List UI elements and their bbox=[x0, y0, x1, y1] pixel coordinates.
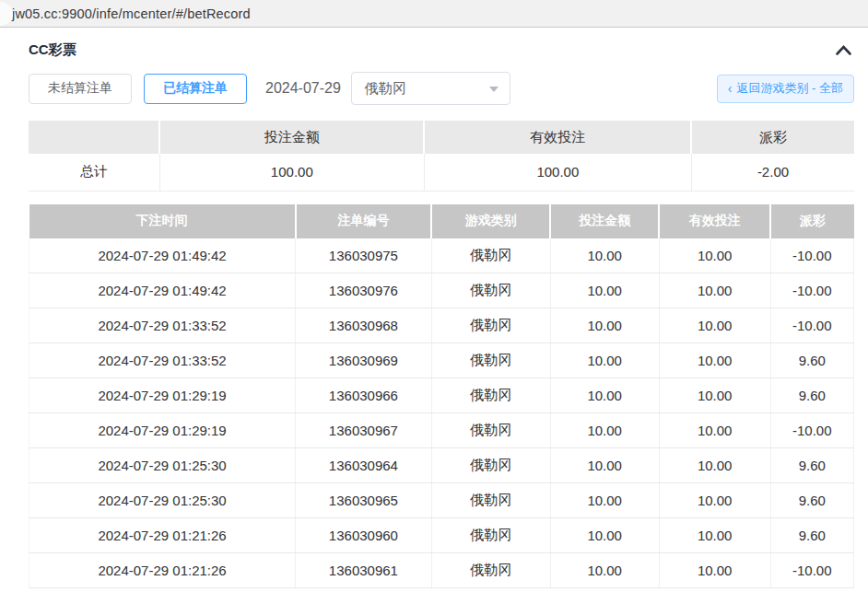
date-label: 2024-07-29 bbox=[265, 80, 341, 97]
summary-total-row: 总计 100.00 100.00 -2.00 bbox=[29, 154, 854, 191]
filter-toolbar: 未结算注单 已结算注单 2024-07-29 俄勒冈 ‹ 返回游戏类别 - 全部 bbox=[29, 72, 854, 105]
chevron-up-icon bbox=[835, 45, 852, 59]
game-category-cell: 俄勒冈 bbox=[431, 483, 550, 518]
payout-cell: -10.00 bbox=[770, 308, 853, 343]
valid-bet-cell: 10.00 bbox=[659, 238, 770, 273]
game-select[interactable]: 俄勒冈 bbox=[351, 72, 510, 105]
valid-bet-cell: 10.00 bbox=[659, 483, 770, 518]
bet-id-cell: 136030961 bbox=[296, 553, 432, 588]
game-category-cell: 俄勒冈 bbox=[431, 518, 550, 553]
summary-payout: -2.00 bbox=[691, 154, 854, 191]
valid-bet-cell: 10.00 bbox=[659, 553, 770, 588]
table-header-row: 下注时间 注单编号 游戏类别 投注金额 有效投注 派彩 bbox=[29, 204, 854, 238]
bet-time-cell: 2024-07-29 01:29:19 bbox=[29, 378, 296, 413]
collapse-panel-button[interactable] bbox=[833, 42, 854, 58]
bet-id-cell: 136030976 bbox=[296, 273, 432, 308]
table-row: 2024-07-29 01:49:42 136030975 俄勒冈 10.00 … bbox=[29, 238, 854, 273]
url-text: jw05.cc:9900/infe/mcenter/#/betRecord bbox=[12, 6, 251, 21]
bet-amount-cell: 10.00 bbox=[550, 553, 659, 588]
valid-bet-cell: 10.00 bbox=[659, 273, 770, 308]
browser-address-bar[interactable]: jw05.cc:9900/infe/mcenter/#/betRecord bbox=[0, 0, 868, 28]
table-row: 2024-07-29 01:33:52 136030969 俄勒冈 10.00 … bbox=[29, 343, 854, 378]
game-category-cell: 俄勒冈 bbox=[431, 308, 550, 343]
header-valid-bet: 有效投注 bbox=[659, 204, 770, 238]
valid-bet-cell: 10.00 bbox=[659, 413, 770, 448]
summary-table: 投注金额 有效投注 派彩 总计 100.00 100.00 -2.00 bbox=[29, 121, 854, 192]
summary-total-label: 总计 bbox=[29, 154, 159, 191]
bet-time-cell: 2024-07-29 01:25:30 bbox=[29, 483, 296, 518]
bet-time-cell: 2024-07-29 01:49:42 bbox=[29, 273, 296, 308]
tab-unsettled-bets[interactable]: 未结算注单 bbox=[29, 74, 132, 104]
caret-down-icon bbox=[489, 87, 499, 97]
table-row: 2024-07-29 01:25:30 136030965 俄勒冈 10.00 … bbox=[29, 483, 854, 518]
table-row: 2024-07-29 01:21:26 136030961 俄勒冈 10.00 … bbox=[29, 553, 854, 588]
bet-time-cell: 2024-07-29 01:33:52 bbox=[29, 308, 296, 343]
bet-records-table: 下注时间 注单编号 游戏类别 投注金额 有效投注 派彩 2024-07-29 0… bbox=[29, 204, 854, 589]
bet-time-cell: 2024-07-29 01:49:42 bbox=[29, 238, 296, 273]
game-category-cell: 俄勒冈 bbox=[431, 378, 550, 413]
header-bet-time: 下注时间 bbox=[29, 204, 296, 238]
tab-settled-bets[interactable]: 已结算注单 bbox=[144, 74, 247, 104]
back-arrow-icon: ‹ bbox=[728, 82, 733, 95]
game-category-cell: 俄勒冈 bbox=[431, 413, 550, 448]
game-category-cell: 俄勒冈 bbox=[431, 448, 550, 483]
summary-valid-bet: 100.00 bbox=[424, 154, 691, 191]
summary-header-row: 投注金额 有效投注 派彩 bbox=[29, 121, 854, 154]
table-row: 2024-07-29 01:25:30 136030964 俄勒冈 10.00 … bbox=[29, 448, 854, 483]
payout-cell: -10.00 bbox=[770, 273, 853, 308]
bet-amount-cell: 10.00 bbox=[550, 273, 659, 308]
bet-amount-cell: 10.00 bbox=[550, 378, 659, 413]
back-button-label: 返回游戏类别 - 全部 bbox=[736, 80, 843, 97]
bet-time-cell: 2024-07-29 01:29:19 bbox=[29, 413, 296, 448]
bet-id-cell: 136030967 bbox=[296, 413, 432, 448]
bet-record-page: CC彩票 未结算注单 已结算注单 2024-07-29 俄勒冈 ‹ 返回游戏类别… bbox=[0, 28, 868, 588]
page-title: CC彩票 bbox=[29, 41, 76, 59]
summary-header-valid-bet: 有效投注 bbox=[424, 121, 691, 154]
game-category-cell: 俄勒冈 bbox=[431, 238, 550, 273]
bet-id-cell: 136030969 bbox=[296, 343, 432, 378]
bet-id-cell: 136030965 bbox=[296, 483, 432, 518]
bet-time-cell: 2024-07-29 01:25:30 bbox=[29, 448, 296, 483]
game-category-cell: 俄勒冈 bbox=[431, 553, 550, 588]
table-row: 2024-07-29 01:49:42 136030976 俄勒冈 10.00 … bbox=[29, 273, 854, 308]
table-row: 2024-07-29 01:29:19 136030967 俄勒冈 10.00 … bbox=[29, 413, 854, 448]
payout-cell: -10.00 bbox=[770, 238, 853, 273]
valid-bet-cell: 10.00 bbox=[659, 518, 770, 553]
summary-header-payout: 派彩 bbox=[691, 121, 854, 154]
valid-bet-cell: 10.00 bbox=[659, 343, 770, 378]
summary-header-empty bbox=[29, 121, 159, 154]
header-game-category: 游戏类别 bbox=[431, 204, 550, 238]
bet-amount-cell: 10.00 bbox=[550, 413, 659, 448]
header-bet-amount: 投注金额 bbox=[550, 204, 659, 238]
bet-amount-cell: 10.00 bbox=[550, 518, 659, 553]
bet-time-cell: 2024-07-29 01:33:52 bbox=[29, 343, 296, 378]
game-select-value: 俄勒冈 bbox=[365, 80, 406, 98]
bet-time-cell: 2024-07-29 01:21:26 bbox=[29, 553, 296, 588]
bet-id-cell: 136030966 bbox=[296, 378, 432, 413]
summary-header-bet-amount: 投注金额 bbox=[159, 121, 424, 154]
valid-bet-cell: 10.00 bbox=[659, 308, 770, 343]
header-bet-id: 注单编号 bbox=[296, 204, 432, 238]
bet-amount-cell: 10.00 bbox=[550, 448, 659, 483]
bet-id-cell: 136030964 bbox=[296, 448, 432, 483]
bet-id-cell: 136030975 bbox=[296, 238, 432, 273]
payout-cell: 9.60 bbox=[770, 483, 853, 518]
valid-bet-cell: 10.00 bbox=[659, 448, 770, 483]
bet-amount-cell: 10.00 bbox=[550, 343, 659, 378]
payout-cell: 9.60 bbox=[770, 343, 853, 378]
bet-amount-cell: 10.00 bbox=[550, 238, 659, 273]
header-payout: 派彩 bbox=[770, 204, 853, 238]
payout-cell: 9.60 bbox=[770, 378, 853, 413]
table-row: 2024-07-29 01:21:26 136030960 俄勒冈 10.00 … bbox=[29, 518, 854, 553]
panel-header: CC彩票 bbox=[29, 28, 854, 60]
bet-amount-cell: 10.00 bbox=[550, 308, 659, 343]
game-category-cell: 俄勒冈 bbox=[431, 273, 550, 308]
summary-bet-amount: 100.00 bbox=[159, 154, 424, 191]
bet-time-cell: 2024-07-29 01:21:26 bbox=[29, 518, 296, 553]
game-category-cell: 俄勒冈 bbox=[431, 343, 550, 378]
payout-cell: 9.60 bbox=[770, 518, 853, 553]
payout-cell: 9.60 bbox=[770, 448, 853, 483]
table-row: 2024-07-29 01:29:19 136030966 俄勒冈 10.00 … bbox=[29, 378, 854, 413]
back-to-game-category-button[interactable]: ‹ 返回游戏类别 - 全部 bbox=[717, 75, 854, 103]
bet-id-cell: 136030968 bbox=[296, 308, 432, 343]
